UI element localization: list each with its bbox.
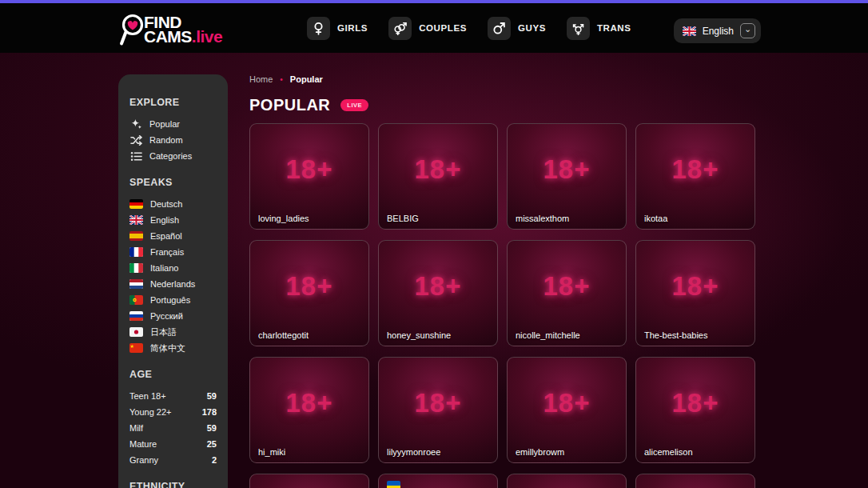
sidebar-item-categories-label: Categories (149, 151, 192, 161)
cam-tile-charlottegotit[interactable]: 18+ charlottegotit (249, 240, 369, 346)
language-label: English (703, 26, 734, 37)
model-name: ikotaa (644, 214, 667, 223)
chevron-down-icon[interactable]: ⌄ (740, 23, 755, 38)
sidebar-item-lang-japanese[interactable]: 日本語 (129, 324, 217, 340)
sidebar-item-random-label: Random (149, 135, 183, 145)
sidebar-item-lang-portugues[interactable]: Português (129, 292, 217, 308)
filter-sidebar: EXPLORE Popular Random (118, 74, 228, 488)
age-label: Mature (129, 439, 157, 449)
sidebar-item-age-young[interactable]: Young 22+ 178 (129, 404, 217, 420)
sidebar-item-lang-italiano[interactable]: Italiano (129, 260, 217, 276)
nav-guys-label: GUYS (518, 23, 546, 33)
site-logo[interactable]: FIND CAMS.live (117, 13, 222, 46)
breadcrumb: Home • Popular (249, 74, 755, 84)
sidebar-item-lang-russian[interactable]: Русский (129, 308, 217, 324)
sidebar-item-lang-nederlands[interactable]: Nederlands (129, 276, 217, 292)
category-nav: GIRLS COUPLES GUYS (307, 3, 631, 53)
flag-it-icon (129, 263, 143, 273)
sparkles-icon (129, 118, 142, 130)
model-name: BELBIG (387, 214, 419, 223)
magnifier-heart-logo-icon (117, 13, 147, 46)
sidebar-item-random[interactable]: Random (129, 132, 217, 148)
site-logo-text: FIND CAMS.live (144, 15, 222, 44)
sidebar-item-lang-espanol[interactable]: Español (129, 228, 217, 244)
sidebar-item-lang-english[interactable]: English (129, 212, 217, 228)
age-label: Granny (129, 455, 158, 465)
explore-section: EXPLORE Popular Random (129, 97, 217, 164)
age-count: 178 (202, 407, 217, 417)
age-restriction-label: 18+ (250, 154, 368, 185)
cam-tile-emillybrowm[interactable]: 18+ emillybrowm (507, 357, 627, 463)
sidebar-item-age-teen[interactable]: Teen 18+ 59 (129, 388, 217, 404)
page-title: POPULAR (249, 96, 330, 114)
main-content: Home • Popular POPULAR LIVE 18+ loving_l… (249, 74, 755, 488)
age-label: Teen 18+ (129, 391, 166, 401)
language-selector[interactable]: English ⌄ (674, 18, 761, 43)
sidebar-item-age-milf[interactable]: Milf 59 (129, 420, 217, 436)
breadcrumb-separator: • (280, 75, 283, 84)
cam-tile-partial[interactable] (378, 474, 498, 488)
sidebar-item-popular[interactable]: Popular (129, 116, 217, 132)
model-name: loving_ladies (258, 214, 309, 223)
cam-tile-lilyyymonroee[interactable]: 18+ lilyyymonroee (378, 357, 498, 463)
age-restriction-label: 18+ (636, 154, 755, 185)
age-restriction-label: 18+ (379, 388, 497, 418)
cam-tile-honey_sunshine[interactable]: 18+ honey_sunshine (378, 240, 498, 346)
cam-tile-hi_miki[interactable]: 18+ hi_miki (249, 357, 369, 463)
explore-section-title: EXPLORE (129, 97, 217, 108)
ethnicity-section: ETHNICITY (129, 481, 217, 488)
age-restriction-label: 18+ (508, 154, 626, 185)
nav-trans[interactable]: TRANS (567, 17, 631, 40)
top-bar: FIND CAMS.live GIRLS COUPLES (0, 0, 868, 53)
flag-es-icon (129, 231, 143, 241)
age-restriction-label: 18+ (250, 271, 368, 302)
nav-couples[interactable]: COUPLES (388, 17, 467, 40)
cam-tile-loving_ladies[interactable]: 18+ loving_ladies (249, 123, 369, 230)
lang-label: Português (150, 295, 190, 305)
sidebar-item-lang-chinese[interactable]: 简体中文 (129, 340, 217, 356)
cam-tile-The-best-babies[interactable]: 18+ The-best-babies (635, 240, 755, 346)
sidebar-item-lang-deutsch[interactable]: Deutsch (129, 196, 217, 212)
nav-guys[interactable]: GUYS (488, 17, 546, 40)
age-restriction-label: 18+ (250, 388, 368, 418)
cam-tile-partial[interactable] (249, 474, 369, 488)
cam-tile-partial[interactable] (507, 474, 627, 488)
age-restriction-label: 18+ (636, 388, 755, 418)
sidebar-item-age-mature[interactable]: Mature 25 (129, 436, 217, 452)
sidebar-item-categories[interactable]: Categories (129, 148, 217, 164)
breadcrumb-home-link[interactable]: Home (249, 74, 273, 84)
cam-tile-nicolle_mitchelle[interactable]: 18+ nicolle_mitchelle (507, 240, 627, 346)
cam-grid: 18+ loving_ladies 18+ BELBIG 18+ missale… (249, 123, 755, 488)
breadcrumb-current[interactable]: Popular (290, 74, 323, 84)
sidebar-item-age-granny[interactable]: Granny 2 (129, 452, 217, 468)
model-name: hi_miki (258, 447, 285, 457)
page-header: POPULAR LIVE (249, 96, 755, 114)
nav-girls[interactable]: GIRLS (307, 17, 368, 40)
lang-label: 简体中文 (150, 342, 185, 354)
flag-gb-icon (683, 26, 696, 36)
cam-tile-partial[interactable] (635, 474, 755, 488)
male-icon (488, 17, 511, 40)
lang-label: Русский (150, 311, 183, 321)
age-count: 59 (207, 391, 217, 401)
flag-ru-icon (129, 311, 143, 321)
model-name: lilyyymonroee (387, 447, 440, 457)
flag-ua-icon (387, 481, 400, 488)
cam-tile-ikotaa[interactable]: 18+ ikotaa (635, 123, 755, 230)
lang-label: Italiano (150, 263, 178, 273)
nav-trans-label: TRANS (597, 23, 631, 33)
model-name: nicolle_mitchelle (516, 330, 580, 340)
age-count: 2 (212, 455, 217, 465)
age-count: 59 (207, 423, 217, 433)
model-name: The-best-babies (644, 330, 708, 340)
cam-tile-alicemelison[interactable]: 18+ alicemelison (635, 357, 755, 463)
lang-label: Nederlands (150, 279, 195, 289)
lang-label: 日本語 (150, 326, 177, 338)
cam-tile-BELBIG[interactable]: 18+ BELBIG (378, 123, 498, 230)
sidebar-item-lang-francais[interactable]: Français (129, 244, 217, 260)
cam-tile-missalexthom[interactable]: 18+ missalexthom (507, 123, 627, 230)
flag-fr-icon (129, 247, 143, 257)
ethnicity-section-title: ETHNICITY (129, 481, 217, 488)
speaks-section: SPEAKS Deutsch English Español Français … (129, 177, 217, 356)
age-label: Young 22+ (129, 407, 172, 417)
